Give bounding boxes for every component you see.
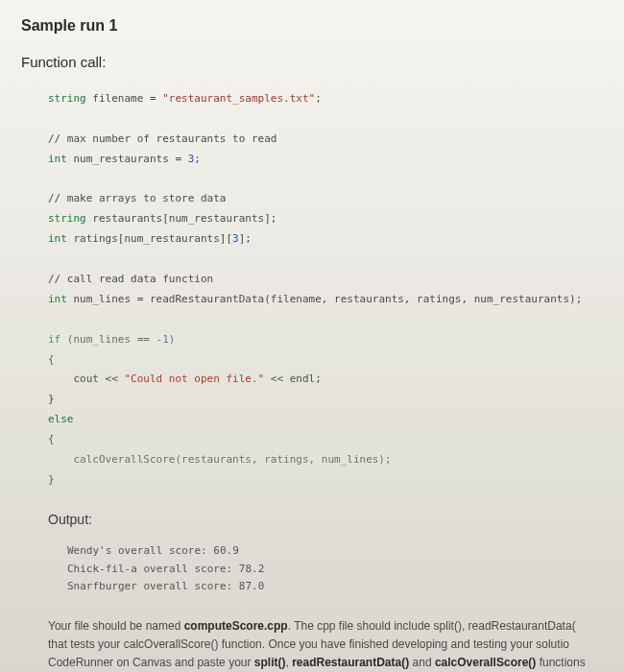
code-comment: // make arrays to store data (48, 192, 226, 204)
code-text: ; (315, 92, 322, 105)
function-call-heading: Function call: (21, 54, 603, 70)
code-keyword: string (48, 212, 86, 225)
code-string: "Could not open file." (124, 372, 264, 385)
code-text: ratings[num_restaurants][ (67, 232, 232, 245)
output-line: Chick-fil-a overall score: 78.2 (67, 561, 603, 579)
output-line: Wendy's overall score: 60.9 (67, 542, 603, 561)
code-text: num_restaurants = (67, 153, 188, 165)
code-text: } (48, 473, 55, 486)
code-keyword: int (48, 293, 67, 305)
instructions-paragraph: Your file should be named computeScore.c… (21, 617, 603, 672)
output-block: Wendy's overall score: 60.9 Chick-fil-a … (21, 542, 603, 596)
code-keyword: string (48, 92, 86, 105)
filename-bold: computeScore.cpp (184, 619, 288, 633)
code-keyword: int (48, 232, 67, 245)
sample-run-title: Sample run 1 (21, 17, 603, 35)
code-text: } (48, 393, 55, 405)
output-heading: Output: (21, 512, 603, 527)
code-keyword: int (48, 153, 67, 165)
code-block: string filename = "restaurant_samples.tx… (21, 89, 603, 491)
code-text: cout << (48, 372, 124, 385)
instr-text: . The cpp file should include split(), r… (288, 619, 576, 633)
code-text: num_lines = readRestaurantData(filename,… (67, 293, 582, 305)
code-text: filename = (86, 92, 162, 105)
output-line: Snarfburger overall score: 87.0 (67, 578, 603, 596)
instr-text: functions (536, 656, 585, 669)
code-keyword: else (48, 413, 74, 425)
instr-text: Your file should be named (48, 619, 184, 633)
code-string: "restaurant_samples.txt" (162, 92, 315, 105)
code-text: ; (194, 153, 201, 165)
code-text: { (48, 353, 55, 366)
code-text: (num_lines == (60, 333, 156, 346)
code-text: calcOverallScore(restaurants, ratings, n… (48, 453, 392, 466)
code-comment: // max number of restaurants to read (48, 132, 276, 145)
code-text: restaurants[num_restaurants]; (86, 212, 277, 225)
instr-text: CodeRunner on Canvas and paste your (48, 656, 254, 669)
code-comment: // call read data function (48, 273, 213, 285)
code-text: ) (169, 333, 176, 346)
func-bold: readRestaurantData() (292, 656, 409, 669)
instr-text: and (409, 656, 435, 669)
code-number: -1 (156, 333, 169, 346)
code-text: << endl; (264, 372, 322, 385)
code-number: 3 (232, 232, 239, 245)
code-text: ]; (239, 232, 252, 245)
code-keyword: if (48, 333, 60, 346)
func-bold: calcOverallScore() (435, 656, 536, 669)
func-bold: split() (254, 656, 286, 669)
instr-text: that tests your calcOverallScore() funct… (48, 637, 569, 651)
code-text: { (48, 433, 55, 445)
